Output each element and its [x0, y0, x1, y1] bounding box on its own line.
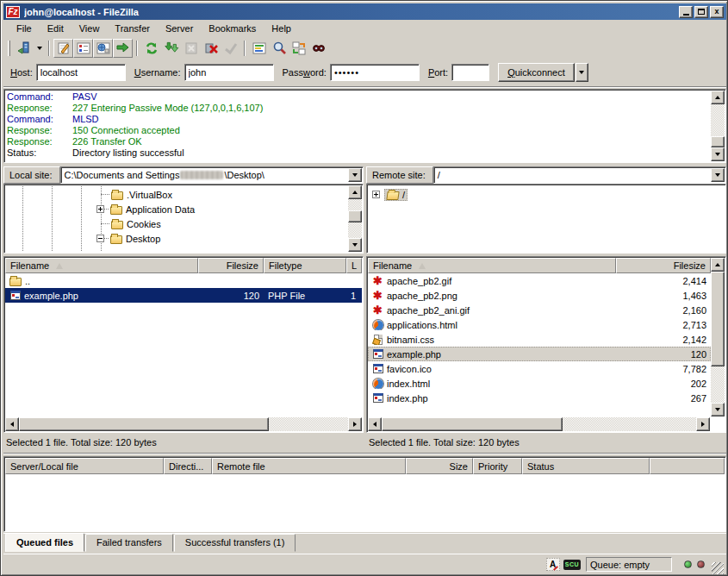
collapse-icon[interactable]	[96, 235, 104, 242]
local-site-combobox[interactable]: C:\Documents and Settings\Desktop\	[60, 166, 364, 184]
local-file-list[interactable]: Filename Filesize Filetype L .. example.…	[3, 256, 364, 433]
titlebar[interactable]: Fz john@localhost - FileZilla x	[3, 3, 726, 20]
menu-edit[interactable]: Edit	[40, 21, 72, 36]
maximize-button[interactable]	[694, 6, 708, 18]
tab-queued-files[interactable]: Queued files	[5, 533, 84, 552]
menu-server[interactable]: Server	[158, 21, 201, 36]
local-site-dropdown[interactable]	[348, 168, 362, 182]
scroll-right-button[interactable]	[696, 417, 710, 431]
file-row[interactable]: bitnami.css 2,142	[368, 332, 711, 347]
speedlimit-icon[interactable]: SCU	[563, 560, 581, 570]
remote-directory-tree[interactable]: /	[366, 184, 726, 254]
recv-indicator-led	[684, 560, 692, 568]
chevron-down-icon	[715, 173, 720, 177]
scroll-left-button[interactable]	[368, 417, 382, 431]
site-manager-dropdown[interactable]	[34, 39, 45, 58]
message-log[interactable]: Command:PASV Response:227 Entering Passi…	[3, 89, 726, 163]
toolbar-grip[interactable]	[8, 41, 10, 56]
file-row[interactable]: ✱apache_pb2.gif 2,414	[368, 273, 711, 288]
process-queue-button[interactable]	[161, 39, 181, 58]
file-row[interactable]: index.php 267	[368, 391, 711, 405]
scroll-up-button[interactable]	[711, 258, 725, 272]
host-input[interactable]	[36, 64, 126, 81]
menu-help[interactable]: Help	[264, 21, 299, 36]
remote-list-vscrollbar[interactable]	[711, 258, 725, 416]
file-row-example-php[interactable]: example.php 120	[368, 347, 711, 361]
local-directory-tree[interactable]: .VirtualBox Application Data Cookies Des…	[3, 184, 364, 254]
column-header-filename[interactable]: Filename	[5, 258, 198, 273]
tab-failed-transfers[interactable]: Failed transfers	[85, 534, 173, 552]
quickconnect-dropdown[interactable]	[576, 63, 588, 82]
scroll-down-button[interactable]	[711, 403, 725, 416]
directory-comparison-button[interactable]	[269, 39, 289, 58]
file-row[interactable]: ✱apache_pb2.png 1,463	[368, 288, 711, 303]
column-header-filesize[interactable]: Filesize	[616, 258, 711, 273]
sort-ascending-icon	[56, 263, 63, 269]
menu-file[interactable]: File	[9, 21, 40, 36]
remote-site-dropdown[interactable]	[711, 168, 725, 182]
column-header-size[interactable]: Size	[406, 458, 473, 474]
local-list-hscrollbar[interactable]	[5, 417, 362, 431]
menu-bookmarks[interactable]: Bookmarks	[201, 21, 264, 36]
tab-successful-transfers[interactable]: Successful transfers (1)	[174, 534, 296, 552]
menu-transfer[interactable]: Transfer	[107, 21, 158, 36]
toggle-message-log-button[interactable]	[53, 39, 73, 58]
port-input[interactable]	[451, 64, 489, 81]
scroll-down-button[interactable]	[711, 147, 725, 161]
file-row-parent[interactable]: ..	[5, 273, 362, 288]
column-header-filename[interactable]: Filename	[368, 258, 616, 273]
column-header-modified[interactable]: L	[346, 258, 362, 273]
log-scrollbar[interactable]	[711, 91, 725, 161]
username-input[interactable]	[184, 64, 274, 81]
folder-icon	[110, 206, 122, 215]
scroll-right-button[interactable]	[348, 417, 362, 431]
scroll-down-button[interactable]	[348, 238, 362, 252]
tree-item-application-data[interactable]: Application Data	[96, 202, 196, 216]
queue-size-panel: Queue: empty	[586, 557, 672, 572]
tree-item-virtualbox[interactable]: .VirtualBox	[101, 187, 174, 202]
file-row[interactable]: ✱apache_pb2_ani.gif 2,160	[368, 303, 711, 317]
maximize-icon	[698, 9, 705, 15]
file-row-example-php[interactable]: example.php 120 PHP File 1	[5, 288, 362, 303]
toggle-transfer-queue-button[interactable]	[113, 39, 133, 58]
remote-site-combobox[interactable]: /	[433, 166, 726, 184]
scroll-left-button[interactable]	[5, 417, 19, 431]
site-manager-button[interactable]	[14, 39, 34, 58]
toggle-local-tree-button[interactable]	[73, 39, 93, 58]
file-row[interactable]: index.html 202	[368, 376, 711, 391]
column-header-priority[interactable]: Priority	[473, 458, 522, 474]
find-files-button[interactable]	[308, 39, 328, 58]
toggle-remote-tree-button[interactable]	[93, 39, 113, 58]
transfer-type-icon[interactable]: A	[546, 558, 560, 571]
minimize-button[interactable]	[679, 6, 693, 18]
menu-view[interactable]: View	[72, 21, 108, 36]
column-header-remote-file[interactable]: Remote file	[212, 458, 406, 474]
resize-grip[interactable]	[712, 562, 724, 574]
quickconnect-button[interactable]: Quickconnect	[498, 63, 575, 82]
column-header-server-local-file[interactable]: Server/Local file	[5, 458, 164, 474]
expand-icon[interactable]	[96, 205, 104, 213]
synchronized-browsing-button[interactable]	[289, 39, 308, 58]
expand-icon[interactable]	[372, 191, 380, 198]
scroll-up-button[interactable]	[711, 91, 725, 104]
remote-list-hscrollbar[interactable]	[368, 417, 710, 431]
column-header-direction[interactable]: Directi...	[164, 458, 212, 474]
file-row[interactable]: applications.html 2,713	[368, 317, 711, 332]
folder-icon	[111, 221, 123, 229]
remote-file-list[interactable]: Filename Filesize ✱apache_pb2.gif 2,414 …	[366, 256, 726, 433]
password-input[interactable]	[330, 64, 420, 81]
close-button[interactable]: x	[710, 6, 724, 18]
column-header-filetype[interactable]: Filetype	[264, 258, 346, 273]
tree-item-desktop[interactable]: Desktop	[96, 231, 162, 246]
tree-item-cookies[interactable]: Cookies	[101, 216, 163, 231]
file-row[interactable]: favicon.ico 7,782	[368, 361, 711, 376]
column-header-filesize[interactable]: Filesize	[198, 258, 264, 273]
column-header-status[interactable]: Status	[522, 458, 650, 474]
local-tree-scrollbar[interactable]	[348, 185, 362, 252]
scroll-up-button[interactable]	[348, 185, 362, 199]
refresh-button[interactable]	[141, 39, 161, 58]
disconnect-button[interactable]	[201, 39, 221, 58]
tree-item-root[interactable]: /	[372, 187, 408, 202]
filter-button[interactable]	[249, 39, 269, 58]
transfer-queue[interactable]: Server/Local file Directi... Remote file…	[3, 456, 726, 532]
